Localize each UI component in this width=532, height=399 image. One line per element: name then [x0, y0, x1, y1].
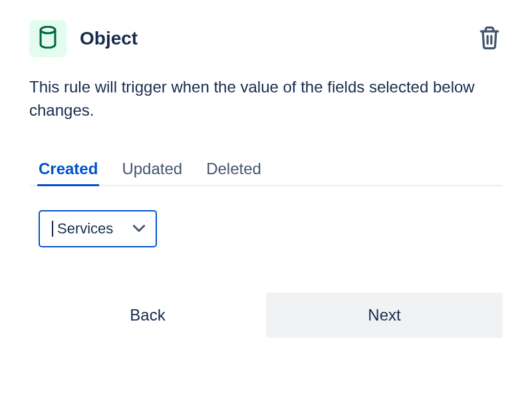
header-left: Object	[29, 20, 138, 57]
tab-deleted[interactable]: Deleted	[206, 160, 261, 185]
trash-icon	[478, 25, 501, 53]
select-value-text: Services	[57, 220, 113, 237]
page-title: Object	[80, 28, 138, 49]
object-icon-box	[29, 20, 66, 57]
database-icon	[38, 26, 58, 51]
button-row: Back Next	[29, 293, 503, 338]
back-button[interactable]: Back	[29, 293, 266, 338]
object-type-select[interactable]: Services	[39, 210, 157, 247]
svg-point-0	[41, 27, 55, 33]
next-button[interactable]: Next	[266, 293, 503, 338]
select-value: Services	[52, 220, 113, 237]
text-cursor	[52, 221, 53, 237]
delete-button[interactable]	[476, 25, 503, 52]
tab-updated[interactable]: Updated	[122, 160, 182, 185]
tabs-container: Created Updated Deleted	[29, 160, 503, 186]
header-row: Object	[29, 20, 503, 57]
description-text: This rule will trigger when the value of…	[29, 76, 503, 122]
tab-created[interactable]: Created	[39, 160, 98, 185]
chevron-down-icon	[133, 225, 145, 233]
